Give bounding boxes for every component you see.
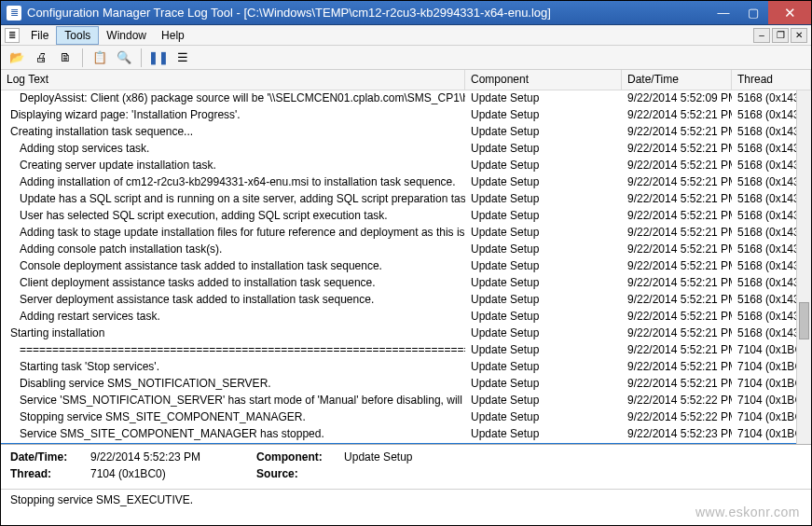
mdi-restore[interactable]: ❐ xyxy=(772,28,789,43)
datetime-cell: 9/22/2014 5:52:21 PM xyxy=(622,158,732,174)
close-button[interactable]: ✕ xyxy=(768,1,811,24)
window-title: Configuration Manager Trace Log Tool - [… xyxy=(27,6,709,20)
datetime-cell: 9/22/2014 5:52:21 PM xyxy=(622,208,732,225)
log-text-cell: Service SMS_SITE_COMPONENT_MANAGER has s… xyxy=(1,426,465,443)
datetime-cell: 9/22/2014 5:52:22 PM xyxy=(622,393,732,409)
log-row[interactable]: Console deployment assistance task added… xyxy=(1,258,811,275)
datetime-cell: 9/22/2014 5:52:21 PM xyxy=(622,275,732,292)
component-cell: Update Setup xyxy=(465,393,622,409)
header-datetime[interactable]: Date/Time xyxy=(622,70,732,90)
find-icon[interactable]: 🔍 xyxy=(114,48,134,68)
watermark: www.eskonr.com xyxy=(695,505,800,519)
log-row[interactable]: Service SMS_SITE_COMPONENT_MANAGER has s… xyxy=(1,426,811,443)
log-text-cell: Stopping service SMS_SITE_COMPONENT_MANA… xyxy=(1,409,465,426)
minimize-button[interactable]: — xyxy=(709,1,738,24)
log-row[interactable]: Adding task to stage update installation… xyxy=(1,225,811,242)
scrollbar-thumb[interactable] xyxy=(799,302,809,339)
log-row[interactable]: Adding restart services task.Update Setu… xyxy=(1,309,811,325)
message-pane: Stopping service SMS_EXECUTIVE. xyxy=(1,490,811,508)
log-row[interactable]: Stopping service SMS_EXECUTIVE.Update Se… xyxy=(1,443,811,445)
mdi-minimize[interactable]: – xyxy=(753,28,770,43)
copy-icon[interactable]: 📋 xyxy=(89,48,110,68)
datetime-cell: 9/22/2014 5:52:21 PM xyxy=(622,325,732,342)
column-headers: Log Text Component Date/Time Thread xyxy=(1,70,811,90)
log-text-cell: Client deployment assistance tasks added… xyxy=(1,275,465,292)
log-row[interactable]: Adding stop services task.Update Setup9/… xyxy=(1,141,811,158)
log-text-cell: ========================================… xyxy=(1,342,465,359)
component-cell: Update Setup xyxy=(465,359,622,376)
header-thread[interactable]: Thread xyxy=(732,70,811,90)
document-icon: ≣ xyxy=(5,28,20,43)
log-row[interactable]: Creating server update installation task… xyxy=(1,158,811,174)
log-text-cell: Adding stop services task. xyxy=(1,141,465,158)
component-cell: Update Setup xyxy=(465,141,622,158)
datetime-cell: 9/22/2014 5:52:21 PM xyxy=(622,174,732,191)
toolbar: 📂 🖨 🗎 📋 🔍 ❚❚ ☰ xyxy=(1,46,811,70)
pause-icon[interactable]: ❚❚ xyxy=(148,48,169,68)
datetime-cell: 9/22/2014 5:52:09 PM xyxy=(622,90,732,107)
component-cell: Update Setup xyxy=(465,426,622,443)
log-text-cell: Creating installation task sequence... xyxy=(1,124,465,141)
component-cell: Update Setup xyxy=(465,90,622,107)
detail-source-label: Source: xyxy=(256,467,337,480)
log-row[interactable]: ========================================… xyxy=(1,342,811,359)
open-icon[interactable]: 📂 xyxy=(7,48,27,68)
log-row[interactable]: DeployAssist: Client (x86) package sourc… xyxy=(1,90,811,107)
log-row[interactable]: Server deployment assistance task added … xyxy=(1,292,811,309)
header-log-text[interactable]: Log Text xyxy=(1,70,465,90)
maximize-button[interactable]: ▢ xyxy=(738,1,768,24)
datetime-cell: 9/22/2014 5:52:21 PM xyxy=(622,191,732,208)
log-text-cell: Console deployment assistance task added… xyxy=(1,258,465,275)
log-text-cell: Creating server update installation task… xyxy=(1,158,465,174)
datetime-cell: 9/22/2014 5:52:21 PM xyxy=(622,225,732,242)
log-row[interactable]: Creating installation task sequence...Up… xyxy=(1,124,811,141)
component-cell: Update Setup xyxy=(465,275,622,292)
menu-file[interactable]: File xyxy=(23,27,56,44)
component-cell: Update Setup xyxy=(465,107,622,124)
header-component[interactable]: Component xyxy=(465,70,622,90)
detail-pane: Date/Time: 9/22/2014 5:52:23 PM Thread: … xyxy=(1,445,811,490)
print-icon[interactable]: 🖨 xyxy=(31,48,51,68)
datetime-cell: 9/22/2014 5:52:21 PM xyxy=(622,292,732,309)
datetime-cell: 9/22/2014 5:52:22 PM xyxy=(622,409,732,426)
log-row[interactable]: Client deployment assistance tasks added… xyxy=(1,275,811,292)
print-preview-icon[interactable]: 🗎 xyxy=(55,48,76,68)
menu-help[interactable]: Help xyxy=(154,27,192,44)
log-text-cell: Adding installation of cm12-r2cu3-kb2994… xyxy=(1,174,465,191)
component-cell: Update Setup xyxy=(465,225,622,242)
log-text-cell: Adding console patch installation task(s… xyxy=(1,242,465,258)
datetime-cell: 9/22/2014 5:52:21 PM xyxy=(622,309,732,325)
menu-window[interactable]: Window xyxy=(99,27,154,44)
log-row[interactable]: Adding console patch installation task(s… xyxy=(1,242,811,258)
log-row[interactable]: User has selected SQL script execution, … xyxy=(1,208,811,225)
detail-thread-label: Thread: xyxy=(10,467,83,480)
log-text-cell: User has selected SQL script execution, … xyxy=(1,208,465,225)
menu-tools[interactable]: Tools xyxy=(56,26,99,45)
log-row[interactable]: Service 'SMS_NOTIFICATION_SERVER' has st… xyxy=(1,393,811,409)
log-row[interactable]: Displaying wizard page: 'Installation Pr… xyxy=(1,107,811,124)
vertical-scrollbar[interactable] xyxy=(796,90,811,444)
log-text-cell: Adding task to stage update installation… xyxy=(1,225,465,242)
datetime-cell: 9/22/2014 5:52:21 PM xyxy=(622,359,732,376)
log-text-cell: Stopping service SMS_EXECUTIVE. xyxy=(1,443,465,445)
component-cell: Update Setup xyxy=(465,325,622,342)
view-icon[interactable]: ☰ xyxy=(172,48,193,68)
datetime-cell: 9/22/2014 5:52:23 PM xyxy=(622,443,732,445)
datetime-cell: 9/22/2014 5:52:21 PM xyxy=(622,258,732,275)
log-text-cell: Adding restart services task. xyxy=(1,309,465,325)
component-cell: Update Setup xyxy=(465,208,622,225)
log-row[interactable]: Starting installationUpdate Setup9/22/20… xyxy=(1,325,811,342)
detail-thread-value: 7104 (0x1BC0) xyxy=(90,467,166,480)
log-row[interactable]: Starting task 'Stop services'.Update Set… xyxy=(1,359,811,376)
component-cell: Update Setup xyxy=(465,409,622,426)
detail-component-label: Component: xyxy=(256,450,337,464)
log-row[interactable]: Adding installation of cm12-r2cu3-kb2994… xyxy=(1,174,811,191)
menu-bar: ≣ File Tools Window Help – ❐ ✕ xyxy=(1,25,811,46)
datetime-cell: 9/22/2014 5:52:21 PM xyxy=(622,376,732,393)
log-text-cell: Server deployment assistance task added … xyxy=(1,292,465,309)
log-text-cell: Service 'SMS_NOTIFICATION_SERVER' has st… xyxy=(1,393,465,409)
log-row[interactable]: Update has a SQL script and is running o… xyxy=(1,191,811,208)
log-row[interactable]: Disabling service SMS_NOTIFICATION_SERVE… xyxy=(1,376,811,393)
log-row[interactable]: Stopping service SMS_SITE_COMPONENT_MANA… xyxy=(1,409,811,426)
mdi-close[interactable]: ✕ xyxy=(791,28,807,43)
